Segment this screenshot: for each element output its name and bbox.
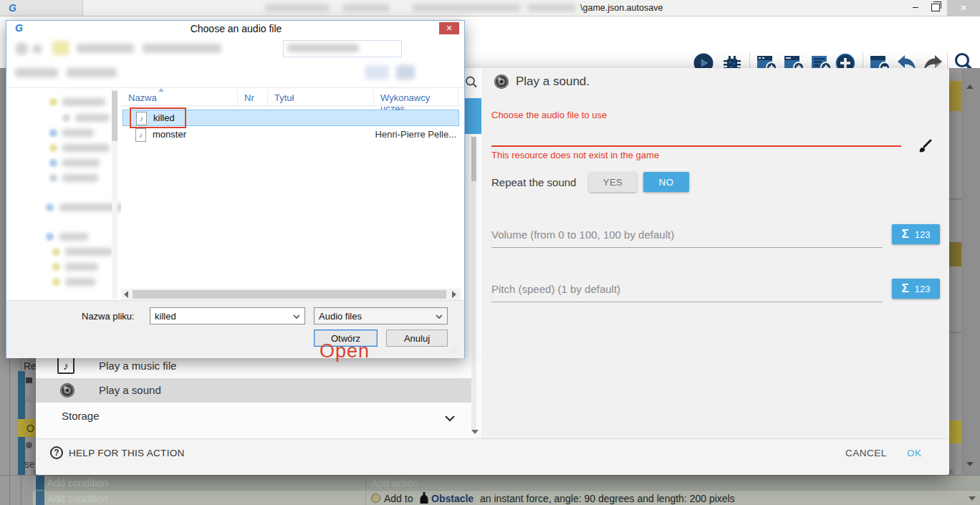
filename-combobox[interactable]: killed (150, 307, 305, 324)
file-name: monster (153, 129, 186, 140)
redacted-tree-label (62, 174, 98, 182)
toolbar-divider (6, 87, 464, 88)
repeat-yes-button[interactable]: YES (589, 172, 637, 192)
redacted-tree-icon (49, 98, 57, 106)
event-mini-icon (26, 377, 32, 383)
instruction-group-storage[interactable]: Storage (36, 405, 471, 427)
brush-icon[interactable] (917, 138, 933, 157)
search-box[interactable] (283, 40, 402, 57)
redacted-tree-label (62, 159, 100, 167)
event-mini-icon (26, 442, 32, 448)
pitch-expression-button[interactable]: Σ 123 (892, 279, 940, 299)
action-header-speaker-icon (493, 73, 510, 93)
redacted-tree-label (65, 278, 95, 286)
redacted-tree-icon (46, 203, 54, 211)
file-list-hscrollbar[interactable] (121, 289, 461, 300)
redacted-nav-button (32, 44, 42, 54)
filename-label: Nazwa pliku: (82, 311, 135, 322)
cancel-button[interactable]: Anuluj (386, 330, 448, 347)
instruction-row-sound[interactable]: Play a sound (36, 378, 471, 403)
help-link[interactable]: HELP FOR THIS ACTION (69, 448, 185, 458)
redacted-tree-icon (62, 114, 70, 122)
dimmed-row-line (949, 198, 961, 200)
event-sheet-bottom: Add condition Add action Add condition A… (0, 475, 980, 505)
add-condition-button[interactable]: Add condition (47, 493, 108, 504)
action-dialog-title: Play a sound. (516, 74, 590, 89)
scroll-right-icon[interactable] (452, 291, 456, 298)
instruction-search-icon[interactable] (464, 75, 479, 92)
help-icon: ? (50, 446, 63, 459)
scroll-up-icon[interactable] (966, 85, 974, 89)
column-divider[interactable] (237, 90, 238, 105)
column-header-nr[interactable]: Nr (244, 92, 254, 103)
resource-input[interactable] (491, 127, 901, 147)
pitch-input[interactable] (491, 284, 883, 302)
cancel-button[interactable]: CANCEL (845, 448, 887, 458)
row-expand-icon[interactable] (969, 496, 976, 501)
column-header-name[interactable]: Nazwa (128, 92, 157, 103)
file-dialog-title: Choose an audio file (6, 23, 466, 34)
action-text-prefix[interactable]: Add to (384, 493, 413, 504)
repeat-no-button[interactable]: NO (643, 172, 689, 192)
resource-error-text: This resource does not exist in the game (491, 150, 659, 160)
event-row: Add condition Add action (33, 476, 980, 490)
event-left-bar (36, 491, 44, 505)
add-action-button[interactable]: Add action (371, 477, 418, 489)
sigma-icon: Σ (902, 282, 909, 296)
resize-grip[interactable]: ⋰ (451, 345, 458, 353)
dimmed-yellow-block (949, 420, 961, 443)
redacted-tree-icon (49, 129, 57, 137)
redacted-tree-label (59, 233, 88, 241)
redacted-tree-icon (46, 233, 54, 241)
instruction-list-scrollbar[interactable] (471, 137, 476, 432)
redacted-text (413, 4, 520, 11)
scrollbar-thumb[interactable] (112, 91, 117, 141)
chevron-down-icon (444, 412, 456, 425)
redacted-menu-item (15, 68, 58, 77)
scroll-left-icon[interactable] (124, 291, 128, 298)
obstacle-object-icon (420, 492, 428, 505)
dimmed-yellow-block (949, 242, 961, 266)
action-object-name[interactable]: Obstacle (431, 493, 474, 504)
event-left-bar (18, 371, 25, 419)
minimize-button[interactable]: – (907, 1, 924, 12)
column-divider[interactable] (373, 90, 374, 105)
redacted-folder-icon (52, 41, 69, 55)
close-button[interactable]: ✕ (947, 0, 980, 16)
action-text-suffix[interactable]: an instant force, angle: 90 degrees and … (480, 493, 735, 504)
column-header-title[interactable]: Tytuł (274, 92, 294, 103)
column-divider[interactable] (458, 90, 458, 105)
redacted-breadcrumb (230, 42, 251, 54)
row-divider (365, 491, 366, 505)
volume-expression-button[interactable]: Σ 123 (892, 224, 940, 244)
redacted-tree-icon (52, 263, 60, 271)
repeat-label: Repeat the sound (491, 176, 576, 188)
add-condition-button[interactable]: Add condition (47, 477, 108, 489)
redacted-tree-icon (52, 248, 60, 256)
event-left-bar (36, 476, 44, 490)
scroll-down-icon[interactable] (966, 462, 974, 466)
filetype-combobox[interactable]: Audio files (314, 307, 448, 324)
redacted-view-icon (396, 65, 415, 80)
redacted-breadcrumb (143, 44, 221, 53)
column-divider[interactable] (267, 90, 268, 105)
event-text-fragment: Re (24, 360, 37, 372)
ok-button[interactable]: OK (907, 448, 922, 458)
volume-input[interactable] (491, 230, 883, 248)
scene-scrollbar[interactable] (961, 68, 980, 475)
scrollbar-thumb[interactable] (133, 290, 446, 299)
file-dialog-bottom: Nazwa pliku: killed Audio files Otwórz A… (6, 300, 464, 358)
file-row-monster[interactable]: ♪ monster Henri-Pierre Pelle... (123, 127, 459, 143)
sidebar-scrollbar[interactable] (112, 90, 117, 299)
list-scroll-down-icon[interactable] (471, 430, 479, 434)
music-file-icon: ♪ (57, 357, 75, 374)
group-label: Storage (62, 410, 100, 422)
scrollbar-thumb[interactable] (471, 137, 476, 181)
chevron-down-icon (293, 314, 300, 319)
header-underline (121, 105, 461, 106)
restore-button[interactable] (931, 4, 940, 11)
redacted-breadcrumb (77, 44, 134, 53)
event-text-fragment: A (25, 394, 32, 405)
row-divider (365, 476, 366, 490)
file-dialog-close-button[interactable]: ✕ (439, 22, 459, 34)
